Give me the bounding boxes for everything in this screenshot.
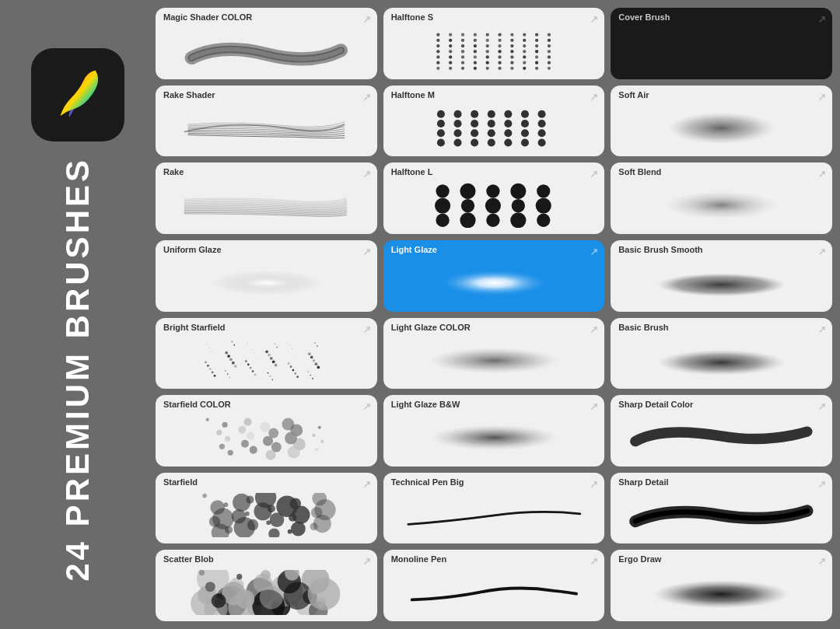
svg-point-112 xyxy=(486,214,499,227)
svg-point-272 xyxy=(654,581,789,609)
svg-point-4 xyxy=(485,33,488,36)
brush-card-ergo-draw[interactable]: Ergo Draw xyxy=(611,550,832,621)
svg-point-205 xyxy=(282,418,294,431)
brush-card-halftone-s[interactable]: Halftone S xyxy=(383,8,605,79)
svg-point-20 xyxy=(436,44,439,47)
svg-point-98 xyxy=(537,138,545,146)
brush-card-light-glaze-bw[interactable]: Light Glaze B&W xyxy=(383,395,605,467)
svg-point-32 xyxy=(460,50,464,53)
brush-preview-starfield xyxy=(163,493,369,538)
arrow-icon xyxy=(590,245,598,253)
brush-preview-ergo-draw xyxy=(618,570,824,615)
svg-point-146 xyxy=(270,357,273,360)
brush-card-scatter-blob[interactable]: Scatter Blob xyxy=(156,550,377,621)
svg-point-81 xyxy=(487,120,495,128)
svg-point-24 xyxy=(485,44,488,47)
svg-point-59 xyxy=(547,61,550,64)
svg-point-269 xyxy=(260,586,283,610)
brush-label-light-glaze-bw: Light Glaze B&W xyxy=(391,400,460,409)
arrow-icon xyxy=(590,477,598,485)
brush-card-soft-blend[interactable]: Soft Blend xyxy=(611,162,832,234)
brush-card-uniform-glaze[interactable]: Uniform Glaze xyxy=(156,240,377,312)
svg-point-138 xyxy=(227,355,230,358)
svg-point-103 xyxy=(510,183,526,199)
svg-point-93 xyxy=(453,138,461,146)
arrow-icon xyxy=(590,323,598,330)
svg-point-114 xyxy=(537,214,550,227)
brush-label-halftone-s: Halftone S xyxy=(391,12,433,22)
svg-point-78 xyxy=(437,120,445,128)
svg-point-232 xyxy=(310,522,318,530)
svg-point-91 xyxy=(537,129,545,137)
arrow-icon xyxy=(590,12,598,20)
svg-point-36 xyxy=(510,50,513,53)
sidebar: 24 PREMIUM BRUSHES xyxy=(0,0,156,629)
svg-point-131 xyxy=(207,344,208,344)
svg-point-132 xyxy=(227,373,229,375)
svg-point-150 xyxy=(229,358,233,361)
svg-point-227 xyxy=(311,507,322,518)
svg-point-120 xyxy=(225,369,226,371)
brush-label-technical-pen-big: Technical Pen Big xyxy=(391,477,464,487)
brush-card-sharp-detail[interactable]: Sharp Detail xyxy=(611,473,832,544)
brush-card-basic-brush[interactable]: Basic Brush xyxy=(611,318,832,390)
brush-preview-uniform-glaze xyxy=(163,260,369,306)
brush-card-magic-shader-color[interactable]: Magic Shader COLOR xyxy=(156,8,377,79)
brush-card-light-glaze[interactable]: Light Glaze xyxy=(383,240,605,312)
brush-card-halftone-m[interactable]: Halftone M xyxy=(383,86,605,157)
svg-point-56 xyxy=(510,61,513,64)
brush-preview-basic-brush-smooth xyxy=(618,260,824,306)
arrow-icon xyxy=(818,477,826,485)
svg-point-160 xyxy=(314,341,316,343)
svg-point-5 xyxy=(498,33,501,36)
brush-card-light-glaze-color[interactable]: Light Glaze COLOR xyxy=(383,318,605,390)
svg-point-63 xyxy=(473,67,476,70)
svg-point-10 xyxy=(436,39,439,42)
brush-label-starfield: Starfield xyxy=(163,477,198,487)
brush-card-bright-starfield[interactable]: Bright Starfield xyxy=(156,318,377,390)
svg-point-128 xyxy=(268,372,269,373)
brush-card-rake[interactable]: Rake xyxy=(156,162,377,234)
brush-card-rake-shader[interactable]: Rake Shader xyxy=(156,86,377,157)
svg-point-53 xyxy=(473,61,476,64)
svg-point-124 xyxy=(307,371,309,372)
svg-point-267 xyxy=(212,594,226,609)
arrow-icon xyxy=(363,12,371,20)
svg-point-235 xyxy=(254,502,271,520)
brush-preview-technical-pen-big xyxy=(391,493,597,538)
brush-card-halftone-l[interactable]: Halftone L xyxy=(383,162,605,234)
svg-point-169 xyxy=(254,373,257,376)
svg-point-49 xyxy=(547,55,550,58)
svg-point-21 xyxy=(449,44,452,47)
svg-point-17 xyxy=(523,39,526,42)
arrow-icon xyxy=(818,554,826,562)
brush-preview-basic-brush xyxy=(618,338,824,383)
brush-card-cover-brush[interactable]: Cover Brush xyxy=(611,8,832,79)
brush-preview-light-glaze-color xyxy=(391,338,597,383)
svg-point-43 xyxy=(473,55,476,58)
svg-point-66 xyxy=(510,67,513,70)
svg-point-15 xyxy=(498,39,501,42)
svg-point-194 xyxy=(266,450,276,460)
svg-point-113 xyxy=(510,212,526,227)
brush-card-soft-air[interactable]: Soft Air xyxy=(611,86,832,157)
svg-point-225 xyxy=(266,520,271,525)
brush-label-rake-shader: Rake Shader xyxy=(163,90,215,100)
svg-point-200 xyxy=(285,432,297,445)
svg-point-61 xyxy=(449,67,452,70)
brush-card-sharp-detail-color[interactable]: Sharp Detail Color xyxy=(611,395,832,467)
brush-card-technical-pen-big[interactable]: Technical Pen Big xyxy=(383,473,605,544)
svg-point-89 xyxy=(504,129,512,137)
brush-label-light-glaze: Light Glaze xyxy=(391,245,437,254)
brush-label-bright-starfield: Bright Starfield xyxy=(163,323,225,332)
brush-preview-rake xyxy=(163,183,369,228)
brush-card-basic-brush-smooth[interactable]: Basic Brush Smooth xyxy=(611,240,832,312)
svg-point-38 xyxy=(535,50,538,53)
svg-point-127 xyxy=(247,343,247,344)
svg-point-195 xyxy=(288,446,300,459)
arrow-icon xyxy=(818,90,826,98)
brush-card-starfield[interactable]: Starfield xyxy=(156,473,377,544)
brush-card-monoline-pen[interactable]: Monoline Pen xyxy=(383,550,605,621)
svg-point-229 xyxy=(233,493,250,511)
brush-card-starfield-color[interactable]: Starfield COLOR xyxy=(156,395,377,467)
